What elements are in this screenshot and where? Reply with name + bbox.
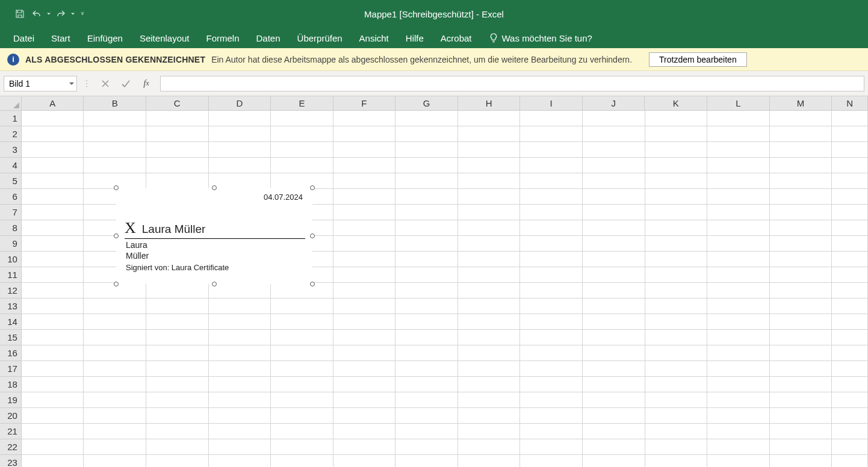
cell[interactable] bbox=[146, 345, 209, 361]
cell[interactable] bbox=[707, 455, 770, 467]
cell[interactable] bbox=[271, 330, 333, 345]
cell[interactable] bbox=[146, 158, 209, 173]
cell[interactable] bbox=[271, 439, 333, 455]
cell[interactable] bbox=[770, 173, 832, 189]
row-header[interactable]: 4 bbox=[0, 158, 22, 173]
cell[interactable] bbox=[22, 345, 84, 361]
cell[interactable] bbox=[458, 424, 521, 439]
cell[interactable] bbox=[395, 345, 458, 361]
cell[interactable] bbox=[333, 455, 396, 467]
tab-hilfe[interactable]: Hilfe bbox=[397, 28, 432, 48]
row-header[interactable]: 7 bbox=[0, 205, 22, 220]
cell[interactable] bbox=[458, 345, 521, 361]
cell[interactable] bbox=[583, 377, 645, 392]
cell[interactable] bbox=[583, 205, 645, 220]
row-header[interactable]: 6 bbox=[0, 189, 22, 205]
cell[interactable] bbox=[707, 142, 770, 158]
cell[interactable] bbox=[520, 377, 583, 392]
col-header[interactable]: E bbox=[271, 96, 333, 111]
cell[interactable] bbox=[458, 439, 521, 455]
cell[interactable] bbox=[333, 361, 396, 377]
cell[interactable] bbox=[146, 361, 209, 377]
cell[interactable] bbox=[333, 298, 396, 314]
cell[interactable] bbox=[333, 377, 396, 392]
cell[interactable] bbox=[22, 267, 84, 283]
cell[interactable] bbox=[583, 220, 645, 236]
cell[interactable] bbox=[770, 220, 832, 236]
cell[interactable] bbox=[520, 111, 583, 126]
formula-input[interactable] bbox=[160, 76, 864, 91]
cell[interactable] bbox=[832, 142, 868, 158]
col-header[interactable]: G bbox=[395, 96, 458, 111]
row-header[interactable]: 16 bbox=[0, 345, 22, 361]
signature-object[interactable]: 04.07.2024 X Laura Müller Laura Müller S… bbox=[116, 188, 312, 284]
cell[interactable] bbox=[520, 126, 583, 142]
row-header[interactable]: 5 bbox=[0, 173, 22, 189]
row-header[interactable]: 19 bbox=[0, 392, 22, 408]
cell[interactable] bbox=[209, 298, 271, 314]
cell[interactable] bbox=[458, 158, 521, 173]
cell[interactable] bbox=[645, 345, 708, 361]
cell[interactable] bbox=[458, 267, 521, 283]
tab-ueberpruefen[interactable]: Überprüfen bbox=[289, 28, 351, 48]
cell[interactable] bbox=[707, 345, 770, 361]
cell[interactable] bbox=[333, 189, 396, 205]
col-header[interactable]: D bbox=[209, 96, 271, 111]
cell[interactable] bbox=[333, 142, 396, 158]
cell[interactable] bbox=[271, 424, 333, 439]
cell[interactable] bbox=[770, 205, 832, 220]
cell[interactable] bbox=[770, 314, 832, 330]
cell[interactable] bbox=[209, 158, 271, 173]
cell[interactable] bbox=[832, 408, 868, 424]
col-header[interactable]: I bbox=[520, 96, 583, 111]
row-header[interactable]: 8 bbox=[0, 220, 22, 236]
cell[interactable] bbox=[84, 158, 146, 173]
cell[interactable] bbox=[832, 252, 868, 267]
row-header[interactable]: 15 bbox=[0, 330, 22, 345]
cell[interactable] bbox=[707, 283, 770, 298]
cell[interactable] bbox=[146, 439, 209, 455]
cell[interactable] bbox=[707, 158, 770, 173]
cell[interactable] bbox=[395, 220, 458, 236]
cell[interactable] bbox=[520, 298, 583, 314]
cell[interactable] bbox=[22, 283, 84, 298]
cell[interactable] bbox=[520, 439, 583, 455]
cell[interactable] bbox=[645, 424, 708, 439]
cell[interactable] bbox=[458, 252, 521, 267]
cell[interactable] bbox=[458, 111, 521, 126]
row-header[interactable]: 17 bbox=[0, 361, 22, 377]
cell[interactable] bbox=[209, 126, 271, 142]
cell[interactable] bbox=[84, 439, 146, 455]
cell[interactable] bbox=[458, 205, 521, 220]
col-header[interactable]: J bbox=[583, 96, 645, 111]
cell[interactable] bbox=[395, 424, 458, 439]
tab-ansicht[interactable]: Ansicht bbox=[351, 28, 397, 48]
cell[interactable] bbox=[209, 377, 271, 392]
cell[interactable] bbox=[832, 439, 868, 455]
cell[interactable] bbox=[770, 158, 832, 173]
cell[interactable] bbox=[583, 252, 645, 267]
cell[interactable] bbox=[22, 220, 84, 236]
cell[interactable] bbox=[395, 455, 458, 467]
cell[interactable] bbox=[209, 361, 271, 377]
row-header[interactable]: 20 bbox=[0, 408, 22, 424]
cell[interactable] bbox=[832, 424, 868, 439]
cell[interactable] bbox=[146, 392, 209, 408]
qat-customize-icon[interactable] bbox=[81, 8, 84, 20]
cell[interactable] bbox=[645, 111, 708, 126]
enter-icon[interactable] bbox=[120, 78, 131, 89]
cell[interactable] bbox=[770, 283, 832, 298]
cell[interactable] bbox=[645, 220, 708, 236]
cell[interactable] bbox=[770, 455, 832, 467]
tab-einfuegen[interactable]: Einfügen bbox=[79, 28, 131, 48]
cell[interactable] bbox=[832, 173, 868, 189]
cell[interactable] bbox=[583, 345, 645, 361]
cell[interactable] bbox=[333, 111, 396, 126]
cell[interactable] bbox=[707, 126, 770, 142]
row-header[interactable]: 14 bbox=[0, 314, 22, 330]
cell[interactable] bbox=[832, 111, 868, 126]
row-header[interactable]: 1 bbox=[0, 111, 22, 126]
tab-daten[interactable]: Daten bbox=[248, 28, 289, 48]
col-header[interactable]: B bbox=[84, 96, 146, 111]
cell[interactable] bbox=[22, 205, 84, 220]
